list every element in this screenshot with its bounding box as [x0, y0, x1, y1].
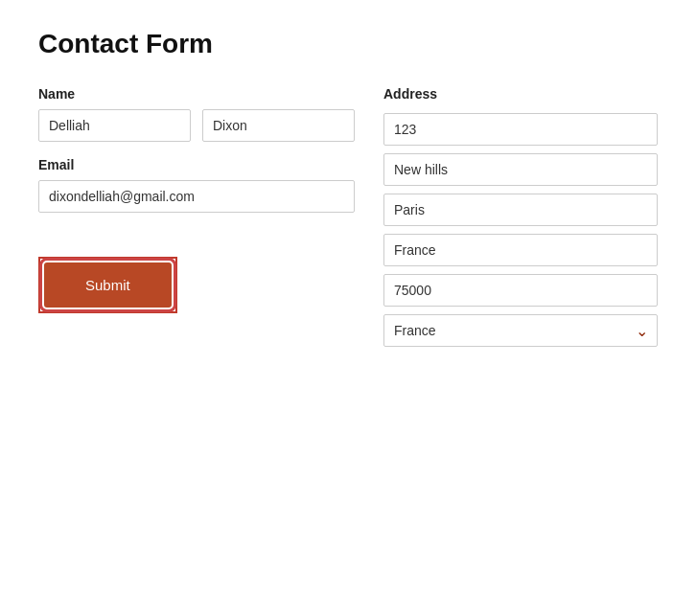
region-input[interactable] [383, 194, 658, 226]
name-label: Name [38, 86, 355, 102]
city-input[interactable] [383, 153, 658, 186]
country-text-input[interactable] [383, 234, 658, 266]
address-label: Address [383, 86, 658, 102]
submit-button[interactable]: Submit [44, 262, 172, 308]
page-title: Contact Form [38, 29, 658, 59]
first-name-input[interactable] [38, 109, 191, 142]
country-select-wrapper: France Germany United Kingdom Spain Ital… [383, 314, 658, 347]
last-name-input[interactable] [202, 109, 355, 142]
email-input[interactable] [38, 180, 355, 213]
email-label: Email [38, 157, 355, 172]
submit-button-wrapper: Submit [38, 257, 177, 313]
postal-input[interactable] [383, 274, 658, 307]
street-input[interactable] [383, 113, 658, 146]
country-select[interactable]: France Germany United Kingdom Spain Ital… [383, 314, 658, 347]
